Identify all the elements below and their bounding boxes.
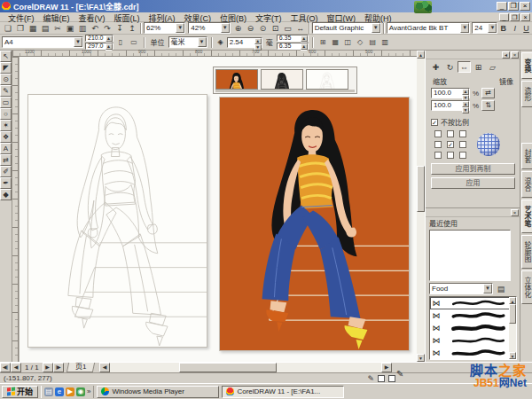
- transform-mode-button[interactable]: ▱: [486, 61, 499, 73]
- scroll-up-arrow[interactable]: ▲: [417, 51, 425, 59]
- anchor-point-grid[interactable]: ✓: [434, 130, 468, 159]
- horizontal-scroll-thumb[interactable]: [179, 363, 277, 372]
- tool-button[interactable]: A: [0, 143, 12, 154]
- page-thumbnail[interactable]: [261, 69, 303, 90]
- quick-launch-icon[interactable]: ▶: [66, 387, 74, 396]
- scroll-right-arrow[interactable]: ▶: [381, 363, 392, 372]
- propbar-button[interactable]: ▥: [379, 36, 391, 48]
- toolbar-button[interactable]: ✂: [51, 23, 64, 34]
- toolbar-button[interactable]: ❏: [2, 23, 14, 34]
- zoom-level2-combo[interactable]: 42%▼: [188, 22, 230, 34]
- mirror-horizontal-button[interactable]: ⇄: [481, 88, 495, 98]
- thumbnail-strip[interactable]: [213, 66, 357, 94]
- underline-button[interactable]: U: [520, 23, 532, 34]
- font-combo[interactable]: AvantGarde Bk BT▼: [387, 22, 470, 34]
- units-combo[interactable]: 毫米▼: [168, 36, 207, 48]
- stroke-category-combo[interactable]: Food▼: [429, 283, 493, 294]
- propbar-button[interactable]: ◫: [342, 36, 354, 48]
- scale-v-spinner[interactable]: 100.0▲▼: [431, 100, 470, 111]
- tool-button[interactable]: ✶: [0, 120, 12, 131]
- stroke-list-scrollbar[interactable]: ▲▼: [509, 297, 516, 359]
- toolbar-button[interactable]: ▦: [27, 23, 39, 34]
- tool-button[interactable]: ✐: [0, 166, 12, 177]
- first-page-button[interactable]: ◀|: [0, 363, 11, 372]
- duplicate-distance[interactable]: 6.35▲▼ 6.35▲▼: [277, 35, 309, 50]
- propbar-button[interactable]: ⊞: [317, 36, 329, 48]
- propbar-button[interactable]: ◇: [355, 36, 366, 48]
- start-button[interactable]: 开始: [2, 386, 38, 398]
- zoom-button[interactable]: ⊕: [232, 23, 245, 34]
- transform-mode-button[interactable]: ↻: [443, 61, 457, 73]
- doc-restore-button[interactable]: ❐: [510, 13, 520, 21]
- transform-mode-button[interactable]: ⇔: [458, 61, 471, 73]
- next-page-button[interactable]: ▶: [43, 363, 53, 372]
- italic-button[interactable]: I: [509, 23, 520, 34]
- quick-launch-icon[interactable]: ▤: [44, 387, 53, 396]
- brush-stroke-row[interactable]: ⋈: [430, 334, 516, 347]
- bold-button[interactable]: B: [497, 23, 509, 34]
- zoom-button[interactable]: ⊖: [245, 23, 257, 34]
- page-tab[interactable]: 页1: [66, 363, 95, 372]
- toolbar-button[interactable]: ▥: [76, 23, 89, 34]
- tool-button[interactable]: ❖: [0, 131, 12, 143]
- portrait-button[interactable]: ▯: [115, 36, 127, 48]
- close-button[interactable]: ×: [520, 2, 530, 11]
- tool-button[interactable]: ⊙: [0, 74, 12, 85]
- tool-button[interactable]: ✒: [0, 177, 12, 189]
- apply-button[interactable]: 应用: [431, 177, 515, 189]
- brush-stroke-row[interactable]: ⋈: [430, 309, 516, 322]
- taskbar-task-coreldraw[interactable]: CorelDRAW 11 - [E:\FA1...: [222, 386, 344, 398]
- doc-close-button[interactable]: ×: [520, 13, 530, 21]
- docker-tab[interactable]: 变换: [521, 52, 532, 79]
- thumbnail-scrollbar[interactable]: [215, 90, 355, 92]
- scale-h-spinner[interactable]: 100.0▲▼: [431, 88, 470, 98]
- transform-mode-button[interactable]: ⊞: [472, 61, 485, 73]
- zoom-button[interactable]: ⊡: [270, 23, 282, 34]
- maximize-button[interactable]: ❐: [508, 2, 519, 11]
- graphic-style-combo[interactable]: Default Graphic▼: [312, 22, 381, 34]
- horizontal-scrollbar[interactable]: ◀ ▶: [99, 363, 392, 372]
- docker-close-button[interactable]: ×: [511, 51, 519, 59]
- toolbar-button[interactable]: ↧: [113, 23, 126, 34]
- docker-tab[interactable]: 立体化: [521, 270, 532, 304]
- propbar-button[interactable]: ▤: [367, 36, 379, 48]
- zoom-button[interactable]: ↔: [294, 23, 307, 34]
- scroll-down-arrow[interactable]: ▼: [417, 354, 425, 362]
- tool-button[interactable]: ↖: [0, 51, 12, 62]
- zoom-button[interactable]: ⊙: [257, 23, 270, 34]
- mirror-vertical-button[interactable]: ⇅: [481, 100, 495, 111]
- zoom-button[interactable]: ▭: [282, 23, 294, 34]
- last-page-button[interactable]: |▶: [53, 363, 64, 372]
- font-size-combo[interactable]: 24▼: [472, 22, 497, 34]
- docker-tab[interactable]: 造形: [521, 81, 532, 107]
- toolbar-button[interactable]: ↷: [101, 23, 113, 34]
- toolbar-button[interactable]: ▤: [39, 23, 51, 34]
- tool-button[interactable]: ◤: [0, 62, 12, 74]
- docker-tab[interactable]: 艺术笔: [521, 200, 532, 233]
- page-thumbnail[interactable]: [215, 69, 258, 90]
- docker2-close-button[interactable]: ×: [511, 209, 519, 216]
- prev-page-button[interactable]: ◀: [11, 363, 21, 372]
- docker-collapse-button[interactable]: ◂: [502, 51, 510, 59]
- docker-tab[interactable]: 封套: [521, 143, 532, 169]
- apply-to-duplicate-button[interactable]: 应用到再制: [431, 163, 515, 175]
- tool-button[interactable]: ⇄: [0, 154, 12, 166]
- docker-tab[interactable]: 混合: [521, 171, 532, 198]
- quick-launch-icon[interactable]: e: [55, 387, 64, 396]
- horizontal-ruler[interactable]: 11001000900800700600500: [12, 51, 417, 57]
- drawing-canvas[interactable]: [19, 57, 417, 362]
- brush-stroke-row[interactable]: ⋈: [430, 347, 516, 359]
- tool-button[interactable]: ○: [0, 108, 12, 120]
- vertical-ruler[interactable]: 35030025020015010050: [12, 57, 19, 362]
- landscape-button[interactable]: ▭: [129, 36, 140, 48]
- quick-launch-icon[interactable]: ◉: [76, 387, 85, 396]
- page-thumbnail[interactable]: [306, 69, 348, 90]
- toolbar-button[interactable]: ❐: [14, 23, 27, 34]
- toolbar-button[interactable]: ↶: [89, 23, 101, 34]
- brush-stroke-row[interactable]: ⋈: [430, 297, 516, 309]
- scroll-left-arrow[interactable]: ◀: [99, 363, 110, 372]
- brush-stroke-row[interactable]: ⋈: [430, 322, 516, 334]
- vertical-scroll-thumb[interactable]: [417, 166, 425, 212]
- transform-mode-button[interactable]: ✚: [429, 61, 442, 73]
- zoom-level-combo[interactable]: 62%▼: [144, 22, 185, 34]
